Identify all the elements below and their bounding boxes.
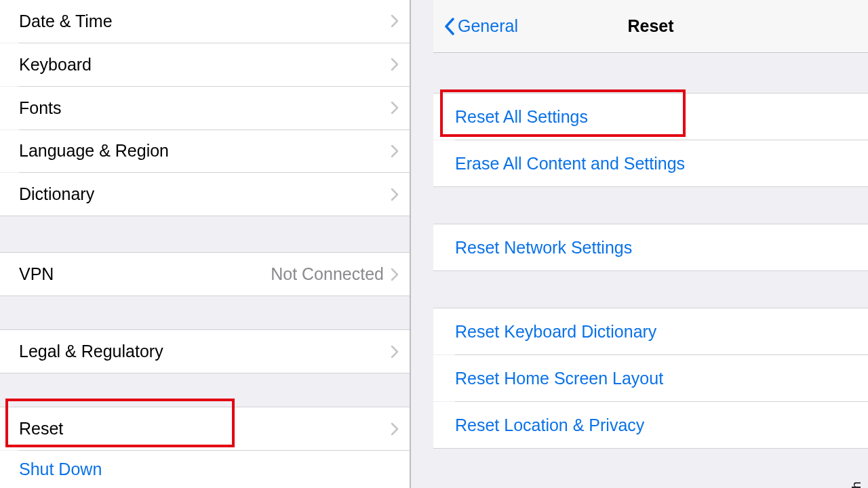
row-keyboard[interactable]: Keyboard xyxy=(0,43,410,86)
row-reset-network[interactable]: Reset Network Settings xyxy=(433,224,868,270)
group-gap xyxy=(0,296,410,330)
group-gap xyxy=(433,270,868,308)
row-date-time[interactable]: Date & Time xyxy=(0,0,410,43)
row-label: Date & Time xyxy=(19,12,391,31)
row-label: Reset Keyboard Dictionary xyxy=(455,322,857,342)
row-value: Not Connected xyxy=(271,264,384,284)
row-label: Language & Region xyxy=(19,141,391,161)
row-reset-home-screen[interactable]: Reset Home Screen Layout xyxy=(433,355,868,401)
chevron-right-icon xyxy=(391,268,399,281)
chevron-right-icon xyxy=(391,14,399,28)
row-reset-keyboard-dictionary[interactable]: Reset Keyboard Dictionary xyxy=(433,308,868,354)
row-label: Shut Down xyxy=(19,460,399,479)
row-legal-regulatory[interactable]: Legal & Regulatory xyxy=(0,330,410,373)
row-label: Reset xyxy=(19,419,391,439)
row-erase-all-content[interactable]: Erase All Content and Settings xyxy=(433,140,868,186)
row-label: Keyboard xyxy=(19,55,391,75)
group-gap xyxy=(433,53,868,94)
row-dictionary[interactable]: Dictionary xyxy=(0,173,410,216)
chevron-right-icon xyxy=(391,144,399,158)
row-language-region[interactable]: Language & Region xyxy=(0,130,410,173)
row-label: Reset Location & Privacy xyxy=(455,415,857,435)
row-label: Fonts xyxy=(19,98,391,118)
row-label: Legal & Regulatory xyxy=(19,342,391,361)
chevron-right-icon xyxy=(391,188,399,201)
reset-settings-right-panel: General Reset Reset All Settings Erase A… xyxy=(433,0,868,488)
chevron-left-icon xyxy=(444,18,455,35)
chevron-right-icon xyxy=(391,58,399,71)
row-fonts[interactable]: Fonts xyxy=(0,87,410,129)
row-shut-down[interactable]: Shut Down xyxy=(0,451,410,488)
page-title: Reset xyxy=(627,16,673,36)
row-label: Reset All Settings xyxy=(455,107,857,127)
chevron-right-icon xyxy=(391,422,399,436)
row-reset[interactable]: Reset xyxy=(0,407,410,450)
panel-divider xyxy=(410,0,433,488)
row-label: Reset Network Settings xyxy=(455,238,857,258)
group-gap xyxy=(0,373,410,407)
chevron-right-icon xyxy=(391,345,399,359)
row-label: Erase All Content and Settings xyxy=(455,154,857,174)
back-button[interactable]: General xyxy=(444,16,518,36)
watermark-text: www.techietech.tech xyxy=(849,481,864,488)
nav-header: General Reset xyxy=(433,0,868,53)
row-label: Dictionary xyxy=(19,184,391,204)
row-label: VPN xyxy=(19,264,271,284)
group-gap xyxy=(433,448,868,481)
row-vpn[interactable]: VPN Not Connected xyxy=(0,253,410,296)
group-gap xyxy=(433,186,868,224)
row-reset-all-settings[interactable]: Reset All Settings xyxy=(433,94,868,140)
group-gap xyxy=(0,216,410,253)
general-settings-left-panel: Date & Time Keyboard Fonts Language & Re… xyxy=(0,0,410,488)
row-reset-location-privacy[interactable]: Reset Location & Privacy xyxy=(433,402,868,448)
back-label: General xyxy=(458,16,518,36)
chevron-right-icon xyxy=(391,101,399,115)
row-label: Reset Home Screen Layout xyxy=(455,369,857,388)
